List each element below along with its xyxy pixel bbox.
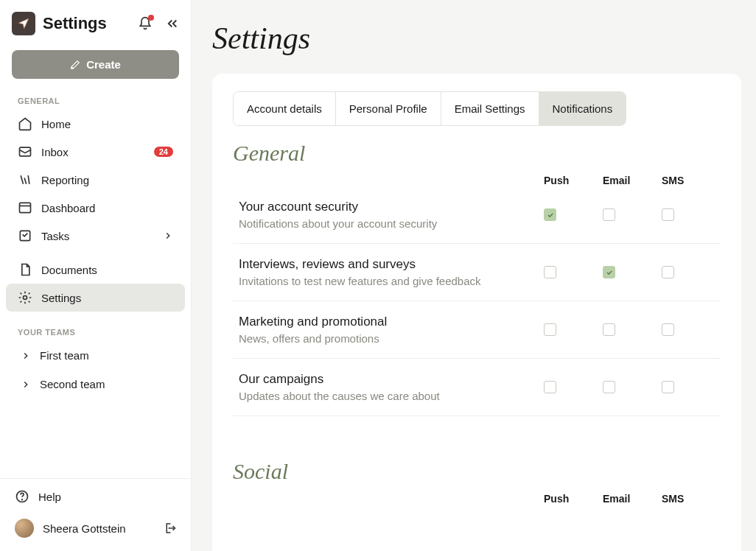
svg-rect-1 (20, 203, 31, 212)
create-button[interactable]: Create (12, 50, 179, 79)
checkbox-cell (656, 381, 715, 393)
edit-icon (70, 60, 80, 70)
checkbox-cell (656, 208, 715, 221)
row-text: Your account securityNotifications about… (239, 200, 538, 230)
nav-item-inbox[interactable]: Inbox 24 (6, 138, 185, 166)
collapse-sidebar-icon[interactable] (166, 17, 179, 30)
nav-item-dashboard[interactable]: Dashboard (6, 194, 185, 222)
row-title: Our campaigns (239, 372, 538, 387)
checkbox[interactable] (662, 381, 674, 393)
checkbox[interactable] (544, 323, 556, 336)
page-title: Settings (212, 21, 741, 56)
row-desc: Invitations to test new features and giv… (239, 275, 538, 287)
column-header: Email (597, 175, 656, 186)
nav-item-documents[interactable]: Documents (6, 256, 185, 284)
section-label-teams: YOUR TEAMS (0, 322, 191, 341)
nav-label: Inbox (41, 146, 69, 158)
reporting-icon (18, 172, 32, 187)
notification-dot (148, 15, 154, 21)
documents-icon (18, 262, 32, 277)
svg-point-6 (22, 499, 23, 500)
team-label: First team (40, 349, 89, 362)
checkbox[interactable] (662, 266, 674, 278)
checkbox[interactable] (603, 266, 615, 278)
notifications-bell-icon[interactable] (138, 16, 153, 31)
column-header: Email (597, 493, 656, 505)
help-item[interactable]: Help (0, 482, 191, 511)
checkbox-cell (597, 208, 656, 221)
row-text: Our campaignsUpdates about the causes we… (239, 372, 538, 402)
checkbox-group (538, 323, 715, 336)
avatar (15, 519, 34, 538)
checkbox[interactable] (603, 381, 615, 393)
row-text: Interviews, reviews and surveysInvitatio… (239, 257, 538, 287)
checkbox-cell (656, 323, 715, 336)
checkbox-cell (538, 266, 597, 278)
sidebar-header: Settings (0, 0, 191, 44)
tab-personal-profile[interactable]: Personal Profile (336, 92, 441, 125)
checkbox-cell (597, 266, 656, 278)
checkbox-cell (538, 323, 597, 336)
tab-notifications[interactable]: Notifications (539, 92, 626, 125)
nav-item-settings[interactable]: Settings (6, 284, 185, 312)
nav-item-reporting[interactable]: Reporting (6, 166, 185, 194)
logout-icon[interactable] (163, 522, 176, 535)
section-title: General (233, 141, 721, 166)
column-header: Push (538, 175, 597, 186)
nav-label: Dashboard (41, 202, 95, 214)
app-logo[interactable] (12, 12, 35, 35)
sidebar-title: Settings (43, 14, 130, 33)
row-text: Marketing and promotionalNews, offers an… (239, 315, 538, 345)
inbox-icon (18, 144, 32, 159)
notification-row: Interviews, reviews and surveysInvitatio… (233, 244, 721, 301)
checkbox[interactable] (544, 208, 556, 221)
settings-card: Account detailsPersonal ProfileEmail Set… (212, 74, 741, 551)
section-label-general: GENERAL (0, 91, 191, 110)
row-title: Interviews, reviews and surveys (239, 257, 538, 272)
row-desc: Notifications about your account securit… (239, 217, 538, 230)
column-headers: PushEmailSMS (233, 493, 721, 505)
home-icon (18, 116, 32, 131)
nav-label: Settings (41, 292, 81, 304)
notification-row: Your account securityNotifications about… (233, 186, 721, 244)
checkbox[interactable] (603, 323, 615, 336)
nav-item-tasks[interactable]: Tasks (6, 222, 185, 250)
notification-row: Our campaignsUpdates about the causes we… (233, 359, 721, 416)
create-button-label: Create (86, 58, 121, 71)
column-header: SMS (656, 175, 715, 186)
tabs: Account detailsPersonal ProfileEmail Set… (233, 91, 626, 126)
checkbox-group (538, 208, 715, 221)
svg-rect-0 (20, 147, 31, 156)
chevron-right-icon (21, 379, 31, 390)
inbox-badge: 24 (154, 147, 173, 157)
team-item-second[interactable]: Second team (0, 370, 191, 399)
main-content: Settings Account detailsPersonal Profile… (192, 0, 756, 551)
section-title: Social (233, 459, 721, 484)
checkbox-cell (597, 323, 656, 336)
row-title: Marketing and promotional (239, 315, 538, 329)
checkbox[interactable] (603, 208, 615, 221)
tab-account-details[interactable]: Account details (234, 92, 336, 125)
row-desc: Updates about the causes we care about (239, 390, 538, 402)
tab-email-settings[interactable]: Email Settings (441, 92, 539, 125)
sidebar: Settings Create GENERAL Home Inbox 24 Re… (0, 0, 192, 551)
user-profile-item[interactable]: Sheera Gottstein (0, 511, 191, 545)
checkbox[interactable] (662, 208, 674, 221)
checkbox[interactable] (544, 266, 556, 278)
checkbox-cell (597, 381, 656, 393)
row-desc: News, offers and promotions (239, 332, 538, 345)
column-headers: PushEmailSMS (233, 175, 721, 186)
checkbox-group (538, 381, 715, 393)
nav-label: Tasks (41, 230, 69, 242)
nav-label: Home (41, 118, 71, 130)
checkbox[interactable] (544, 381, 556, 393)
nav-item-home[interactable]: Home (6, 110, 185, 138)
checkbox[interactable] (662, 323, 674, 336)
checkbox-group (538, 266, 715, 278)
nav-label: Reporting (41, 174, 89, 186)
checkbox-cell (538, 208, 597, 221)
sidebar-footer: Help Sheera Gottstein (0, 478, 191, 551)
nav-label: Documents (41, 264, 97, 276)
notification-row: Marketing and promotionalNews, offers an… (233, 301, 721, 359)
team-item-first[interactable]: First team (0, 341, 191, 370)
